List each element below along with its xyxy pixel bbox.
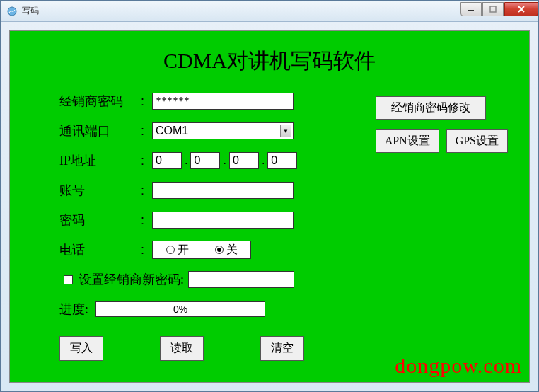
com-port-value: COM1	[156, 125, 290, 137]
page-title: CDMA对讲机写码软件	[31, 47, 508, 76]
apn-settings-button[interactable]: APN设置	[376, 129, 439, 153]
radio-icon	[215, 246, 224, 254]
ip-octet-1[interactable]	[152, 152, 182, 169]
svg-rect-2	[490, 6, 496, 12]
com-port-select[interactable]: COM1 ▼	[152, 122, 294, 139]
account-input[interactable]	[152, 182, 294, 199]
ip-octet-3[interactable]	[229, 152, 259, 169]
account-label: 账号	[59, 182, 141, 199]
new-dealer-password-input[interactable]	[188, 271, 294, 288]
window-title: 写码	[22, 5, 460, 17]
radio-icon	[166, 246, 175, 254]
dealer-password-input[interactable]	[152, 93, 294, 110]
maximize-button[interactable]	[482, 2, 504, 16]
progress-bar: 0%	[95, 301, 265, 317]
ip-octet-2[interactable]	[190, 152, 220, 169]
phone-label: 电话	[59, 241, 141, 258]
minimize-button[interactable]	[460, 2, 482, 16]
write-button[interactable]: 写入	[59, 336, 103, 361]
main-panel: CDMA对讲机写码软件 经销商密码 : 通讯端口 : COM1 ▼ IP地址	[9, 30, 530, 383]
side-button-group: 经销商密码修改 APN设置 GPS设置	[376, 96, 508, 153]
phone-on-radio[interactable]: 开	[166, 243, 189, 258]
read-button[interactable]: 读取	[160, 336, 204, 361]
dealer-password-label: 经销商密码	[59, 93, 141, 110]
client-area: CDMA对讲机写码软件 经销商密码 : 通讯端口 : COM1 ▼ IP地址	[1, 22, 538, 391]
titlebar: 写码	[1, 1, 538, 22]
window-controls	[460, 2, 538, 16]
ip-address-group: . . .	[152, 152, 297, 169]
change-dealer-password-button[interactable]: 经销商密码修改	[376, 96, 486, 120]
app-window: 写码 CDMA对讲机写码软件 经销商密码 : 通讯端	[0, 0, 539, 392]
progress-label: 进度:	[59, 301, 88, 318]
password-input[interactable]	[152, 212, 294, 229]
set-new-password-checkbox[interactable]	[64, 275, 73, 284]
gps-settings-button[interactable]: GPS设置	[446, 129, 508, 153]
ip-address-label: IP地址	[59, 152, 141, 169]
progress-text: 0%	[173, 304, 187, 315]
ip-octet-4[interactable]	[267, 152, 297, 169]
com-port-label: 通讯端口	[59, 122, 141, 139]
password-label: 密码	[59, 212, 141, 229]
close-button[interactable]	[504, 2, 538, 16]
phone-radio-group: 开 关	[152, 241, 251, 259]
clear-button[interactable]: 清空	[260, 336, 304, 361]
watermark-text: dongpow.com	[395, 354, 522, 378]
phone-off-radio[interactable]: 关	[215, 243, 238, 258]
app-icon	[6, 6, 18, 17]
chevron-down-icon: ▼	[280, 125, 291, 137]
set-new-password-label: 设置经销商新密码:	[79, 271, 184, 288]
